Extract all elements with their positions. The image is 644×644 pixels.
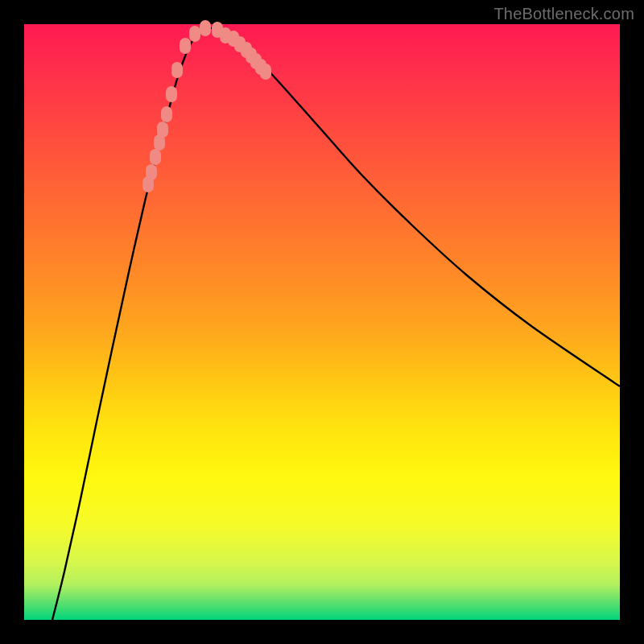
data-dot [150,149,161,165]
chart-svg [24,24,620,620]
data-dot [166,86,177,102]
data-dot [171,62,183,78]
watermark-text: TheBottleneck.com [493,5,634,23]
data-dot [146,164,157,180]
data-dot [189,26,200,42]
data-dot [180,38,191,54]
dots-right [212,22,271,80]
data-dot [161,106,172,122]
dots-left [142,20,211,192]
data-dot [260,64,271,80]
plot-area [24,24,620,620]
chart-frame: TheBottleneck.com [0,0,644,644]
data-dot [200,20,211,36]
data-dot [157,122,168,138]
bottleneck-curve [52,28,620,620]
